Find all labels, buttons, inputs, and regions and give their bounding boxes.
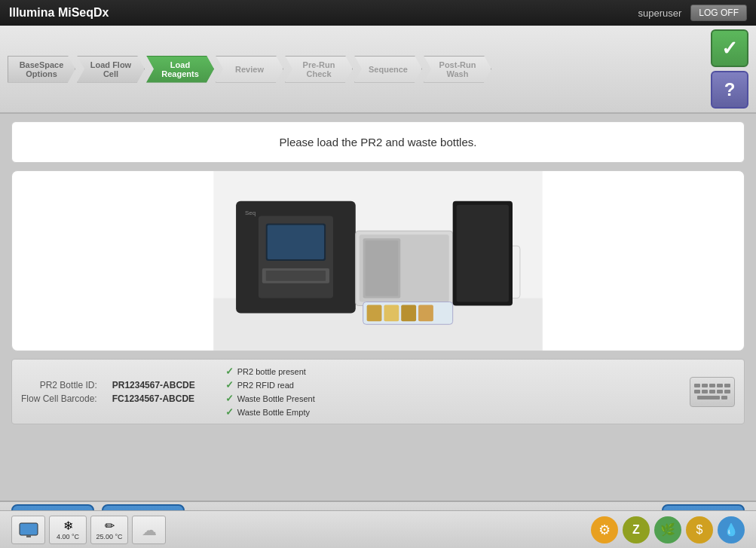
status-text-4: Waste Bottle Empty (237, 408, 310, 417)
step-review: Review (216, 56, 283, 83)
equipment-illustration: Seq (12, 171, 744, 351)
svg-rect-23 (26, 535, 31, 537)
step-load-flow-cell[interactable]: Load FlowCell (77, 56, 145, 83)
svg-rect-11 (366, 240, 399, 295)
key-row-3 (697, 396, 727, 400)
drop-status-icon[interactable]: 💧 (718, 516, 745, 543)
instruction-text: Please load the PR2 and waste bottles. (280, 136, 477, 148)
svg-rect-5 (268, 225, 324, 260)
main-content: Please load the PR2 and waste bottles. (0, 114, 756, 501)
leaf-status-icon[interactable]: 🌿 (654, 516, 681, 543)
drop-icon: 💧 (724, 522, 739, 537)
check-icon-2: ✓ (225, 379, 234, 390)
check-icon-3: ✓ (225, 393, 234, 404)
check-icon-4: ✓ (225, 406, 234, 418)
status-bar: ❄ 4.00 °C ✏ 25.00 °C ☁ ⚙ Z 🌿 (0, 510, 756, 548)
coin-status-icon[interactable]: $ (686, 516, 713, 543)
pr2-label: PR2 Bottle ID: (21, 380, 97, 390)
status-icons-left: ❄ 4.00 °C ✏ 25.00 °C ☁ (11, 516, 166, 544)
username: superuser (638, 8, 682, 19)
status-pr2-bottle: ✓ PR2 bottle present (225, 366, 675, 377)
temp1-status-icon: ❄ 4.00 °C (49, 516, 87, 544)
status-waste-bottle: ✓ Waste Bottle Present (225, 393, 675, 404)
step-pre-run-check: Pre-RunCheck (285, 56, 353, 83)
cloud-status-icon: ☁ (132, 516, 166, 544)
temp1-label: 4.00 °C (57, 533, 79, 540)
gear-icon: ⚙ (598, 522, 611, 538)
coin-icon: $ (696, 523, 703, 537)
keyboard-icon[interactable] (690, 377, 735, 407)
status-waste-empty: ✓ Waste Bottle Empty (225, 406, 675, 418)
app-title: Illumina MiSeqDx (9, 6, 109, 20)
step-basespace-options[interactable]: BaseSpaceOptions (8, 56, 75, 83)
pencil-icon: ✏ (105, 519, 115, 533)
step-sequence: Sequence (354, 56, 422, 83)
info-values: PR1234567-ABCDE FC1234567-ABCDE (112, 380, 195, 404)
key-row-2 (694, 390, 730, 393)
z-icon: Z (632, 523, 640, 537)
logoff-button[interactable]: LOG OFF (690, 5, 747, 21)
wizard-steps-row: BaseSpaceOptions Load FlowCell LoadReage… (0, 26, 756, 114)
svg-rect-22 (20, 523, 38, 535)
help-icon: ? (724, 79, 736, 100)
header: Illumina MiSeqDx superuser LOG OFF (0, 0, 756, 26)
temp2-status-icon: ✏ 25.00 °C (90, 516, 128, 544)
svg-rect-21 (457, 205, 509, 302)
flowcell-value: FC1234567-ABCDE (112, 393, 195, 404)
temp2-label: 25.00 °C (96, 533, 122, 540)
svg-rect-15 (367, 305, 382, 322)
gear-status-icon[interactable]: ⚙ (591, 516, 618, 543)
content-area: Please load the PR2 and waste bottles. (11, 121, 745, 493)
svg-rect-17 (401, 305, 416, 322)
status-text-1: PR2 bottle present (237, 367, 306, 376)
svg-rect-16 (384, 305, 399, 322)
key-row-1 (694, 384, 730, 387)
status-text-3: Waste Bottle Present (237, 394, 315, 403)
step-load-reagents[interactable]: LoadReagents (146, 56, 214, 83)
steps-container: BaseSpaceOptions Load FlowCell LoadReage… (8, 56, 703, 83)
svg-rect-7 (266, 271, 326, 281)
step-post-run-wash: Post-RunWash (424, 56, 491, 83)
equipment-image-container: Seq (11, 170, 745, 351)
status-pr2-rfid: ✓ PR2 RFID read (225, 379, 675, 390)
svg-text:Seq: Seq (245, 210, 256, 216)
svg-rect-18 (418, 305, 433, 322)
check-icon-1: ✓ (225, 366, 234, 377)
checkmark-icon: ✓ (721, 37, 738, 60)
action-buttons-right: ✓ ? (711, 29, 748, 109)
info-bar: PR2 Bottle ID: Flow Cell Barcode: PR1234… (11, 359, 745, 424)
status-checks: ✓ PR2 bottle present ✓ PR2 RFID read ✓ W… (225, 366, 675, 418)
header-right: superuser LOG OFF (638, 5, 747, 21)
leaf-icon: 🌿 (660, 522, 675, 537)
screen-status-icon (11, 516, 45, 544)
pr2-value: PR1234567-ABCDE (112, 380, 195, 390)
help-button[interactable]: ? (711, 71, 748, 109)
status-icons-right: ⚙ Z 🌿 $ 💧 (591, 516, 745, 543)
z-status-icon[interactable]: Z (623, 516, 650, 543)
flowcell-label: Flow Cell Barcode: (21, 393, 97, 404)
snowflake-icon: ❄ (63, 519, 73, 533)
confirm-button[interactable]: ✓ (711, 29, 748, 67)
cloud-icon: ☁ (142, 521, 157, 539)
status-text-2: PR2 RFID read (237, 381, 294, 390)
instruction-box: Please load the PR2 and waste bottles. (11, 121, 745, 163)
info-labels: PR2 Bottle ID: Flow Cell Barcode: (21, 380, 97, 404)
